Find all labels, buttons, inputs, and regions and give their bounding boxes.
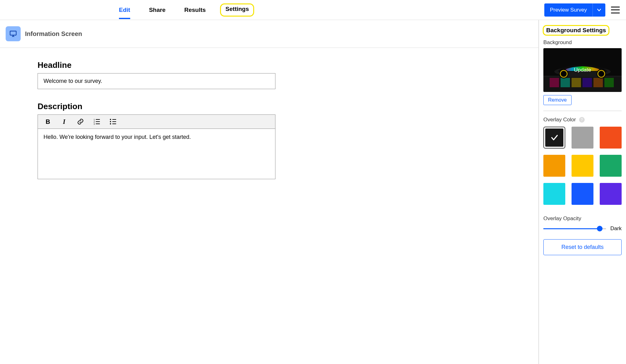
background-settings-panel: Background Settings Background (539, 20, 626, 364)
svg-point-10 (110, 121, 111, 122)
svg-point-9 (110, 119, 111, 120)
presentation-icon (9, 30, 17, 38)
svg-point-11 (110, 123, 111, 124)
form-area: Headline Description B I 1 2 3 (0, 60, 288, 179)
description-label: Description (38, 102, 275, 111)
hamburger-menu-icon[interactable] (611, 7, 620, 13)
italic-button[interactable]: I (60, 118, 68, 125)
panel-heading: Background Settings (543, 25, 609, 36)
background-label: Background (543, 39, 622, 46)
color-swatch-1[interactable] (572, 127, 593, 149)
color-swatch-0[interactable] (543, 127, 565, 149)
screen-header: Information Screen (0, 20, 538, 48)
svg-text:2: 2 (94, 121, 95, 123)
main-area: Information Screen Headline Description … (0, 20, 626, 364)
topbar-right: Preview Survey (544, 3, 620, 17)
color-swatch-6[interactable] (543, 183, 565, 205)
panel-divider (543, 111, 622, 111)
opacity-value-label: Dark (610, 225, 622, 232)
update-overlay: Update (543, 48, 622, 92)
remove-background-button[interactable]: Remove (543, 95, 572, 105)
tab-share[interactable]: Share (149, 5, 166, 15)
color-swatch-5[interactable] (600, 155, 622, 177)
svg-text:3: 3 (94, 123, 95, 125)
color-swatch-3[interactable] (543, 155, 565, 177)
screen-title: Information Screen (25, 30, 82, 38)
update-label: Update (574, 67, 591, 73)
headline-input[interactable] (38, 73, 275, 89)
overlay-color-label-row: Overlay Color ? (543, 117, 622, 123)
preview-survey-dropdown[interactable] (593, 3, 605, 17)
svg-text:1: 1 (94, 119, 95, 121)
overlay-color-label: Overlay Color (543, 117, 576, 123)
tab-results[interactable]: Results (184, 5, 206, 15)
unordered-list-button[interactable] (109, 118, 117, 125)
ordered-list-button[interactable]: 1 2 3 (93, 118, 100, 125)
tab-settings[interactable]: Settings (220, 3, 254, 17)
overlay-color-swatches (543, 127, 622, 205)
headline-label: Headline (38, 60, 275, 70)
topbar-tabs: Edit Share Results Settings (119, 5, 250, 15)
ordered-list-icon: 1 2 3 (93, 118, 100, 125)
checkmark-icon (550, 133, 559, 142)
opacity-slider-row: Dark (543, 225, 622, 232)
screen-type-icon (6, 26, 21, 41)
overlay-opacity-label: Overlay Opacity (543, 215, 622, 222)
preview-survey-splitbutton: Preview Survey (544, 3, 605, 17)
color-swatch-8[interactable] (600, 183, 622, 205)
svg-rect-0 (10, 31, 16, 35)
link-button[interactable] (77, 118, 84, 125)
bold-button[interactable]: B (44, 118, 52, 125)
opacity-slider[interactable] (543, 228, 606, 229)
color-swatch-7[interactable] (572, 183, 593, 205)
reset-to-defaults-button[interactable]: Reset to defaults (543, 239, 622, 255)
rte-toolbar: B I 1 2 3 (38, 115, 275, 129)
description-textarea[interactable]: Hello. We're looking forward to your inp… (38, 129, 275, 179)
background-image-preview[interactable]: Update (543, 48, 622, 92)
preview-survey-button[interactable]: Preview Survey (544, 3, 593, 17)
color-swatch-4[interactable] (572, 155, 593, 177)
top-bar: Edit Share Results Settings Preview Surv… (0, 0, 626, 20)
opacity-slider-thumb[interactable] (597, 226, 603, 231)
link-icon (77, 118, 84, 125)
unordered-list-icon (109, 118, 117, 125)
help-icon[interactable]: ? (579, 117, 585, 123)
tab-edit[interactable]: Edit (119, 5, 130, 15)
description-editor: B I 1 2 3 (38, 114, 275, 179)
color-swatch-2[interactable] (600, 127, 622, 149)
editor-pane: Information Screen Headline Description … (0, 20, 539, 364)
chevron-down-icon (597, 8, 601, 12)
